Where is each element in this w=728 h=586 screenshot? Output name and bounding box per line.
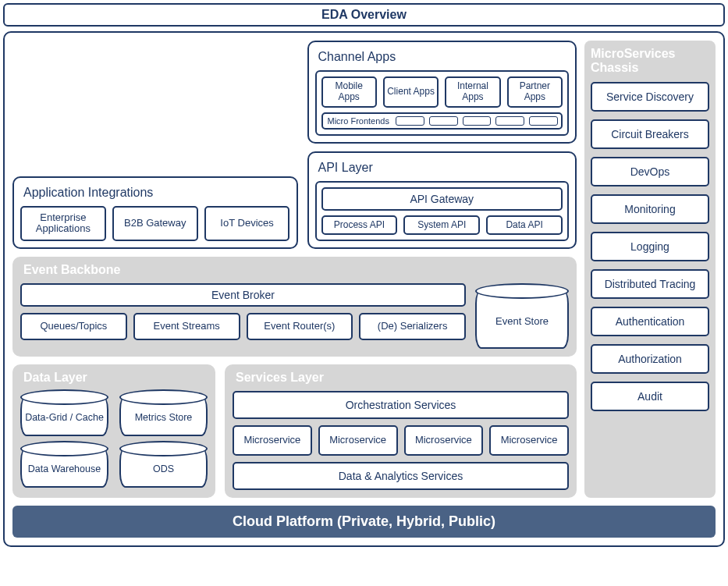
client-apps-box: Client Apps [383,76,439,108]
micro-frontend-slot [529,116,558,126]
microservice-box: Microservice [489,425,569,456]
mobile-apps-box: Mobile Apps [321,76,377,108]
microservice-box: Microservice [404,425,484,456]
authentication-box: Authentication [591,307,709,336]
cloud-platform-bar: Cloud Platform (Private, Hybrid, Public) [12,506,716,538]
event-backbone-title: Event Backbone [23,263,569,277]
ods-cylinder: ODS [119,447,208,488]
micro-frontend-slot [396,116,424,126]
event-store-cylinder: Event Store [475,289,569,349]
data-layer-panel: Data Layer Data-Grid / Cache Metrics Sto… [12,364,215,498]
logging-box: Logging [591,232,709,261]
api-layer-title: API Layer [318,161,570,175]
event-routers-box: Event Router(s) [247,313,353,340]
partner-apps-box: Partner Apps [507,76,563,108]
audit-box: Audit [591,382,709,411]
micro-frontend-slot [463,116,492,126]
queues-topics-box: Queues/Topics [20,313,127,340]
channel-apps-panel: Channel Apps Mobile Apps Client Apps Int… [307,41,577,144]
distributed-tracing-box: Distributed Tracing [591,269,709,299]
event-backbone-panel: Event Backbone Event Broker Queues/Topic… [12,257,577,357]
micro-frontend-slot [429,116,458,126]
orchestration-services-box: Orchestration Services [233,391,569,419]
data-layer-title: Data Layer [23,371,208,385]
application-integrations-panel: Application Integrations Enterprise Appl… [12,176,298,250]
authorization-box: Authorization [591,344,709,374]
services-layer-panel: Services Layer Orchestration Services Mi… [225,364,577,498]
iot-devices-box: IoT Devices [204,206,290,242]
microservices-chassis-panel: MicroServices Chassis Service Discovery … [584,41,716,498]
microservices-chassis-title: MicroServices Chassis [591,47,709,76]
data-grid-cache-cylinder: Data-Grid / Cache [20,396,108,436]
micro-frontend-slot [495,116,524,126]
internal-apps-box: Internal Apps [445,76,500,108]
devops-box: DevOps [591,157,709,186]
application-integrations-title: Application Integrations [23,186,290,200]
service-discovery-box: Service Discovery [591,82,709,112]
data-api-box: Data API [486,215,563,236]
api-gateway-box: API Gateway [321,187,563,211]
event-broker-box: Event Broker [20,283,466,307]
diagram-title: EDA Overview [3,3,725,27]
microservice-box: Microservice [233,425,312,456]
data-warehouse-cylinder: Data Warehouse [20,447,108,488]
microservice-box: Microservice [318,425,398,456]
monitoring-box: Monitoring [591,194,709,224]
metrics-store-cylinder: Metrics Store [119,396,208,436]
enterprise-applications-box: Enterprise Applications [20,206,106,242]
process-api-box: Process API [321,215,398,236]
services-layer-title: Services Layer [236,371,569,385]
system-api-box: System API [403,215,480,236]
api-layer-panel: API Layer API Gateway Process API System… [307,151,577,250]
micro-frontends-row: Micro Frontends [321,112,563,130]
b2b-gateway-box: B2B Gateway [112,206,198,242]
diagram-frame: Application Integrations Enterprise Appl… [3,31,725,547]
micro-frontends-label: Micro Frontends [326,116,391,126]
channel-apps-title: Channel Apps [318,50,570,64]
circuit-breakers-box: Circuit Breakers [591,119,709,149]
event-streams-box: Event Streams [133,313,240,340]
data-analytics-services-box: Data & Analytics Services [233,462,569,490]
deserializers-box: (De) Serializers [359,313,466,340]
